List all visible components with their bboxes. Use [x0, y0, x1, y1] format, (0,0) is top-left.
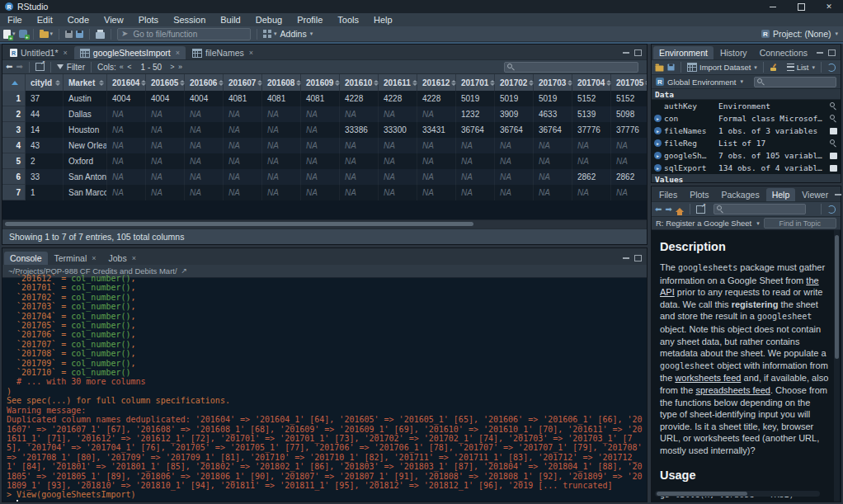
tab-connections[interactable]: Connections — [754, 46, 813, 59]
environment-object-row[interactable]: ▶fileNames1 obs. of 3 variables — [652, 125, 841, 137]
environment-object-row[interactable]: ▶fileRegList of 17 — [652, 137, 841, 149]
column-header-201701[interactable]: 201701 — [456, 74, 495, 91]
menu-item-view[interactable]: View — [97, 13, 131, 26]
find-in-topic-box[interactable] — [764, 218, 836, 228]
tab-packages[interactable]: Packages — [716, 188, 765, 201]
tab-filenames[interactable]: fileNames× — [186, 46, 259, 59]
environment-search-input[interactable] — [767, 77, 833, 87]
tab-jobs[interactable]: Jobs× — [102, 252, 141, 265]
column-header-201610[interactable]: 201610 — [340, 74, 379, 91]
view-data-icon[interactable] — [828, 128, 838, 134]
pane-minimize-icon[interactable] — [623, 257, 629, 259]
menu-item-edit[interactable]: Edit — [30, 13, 60, 26]
tab-plots[interactable]: Plots — [684, 188, 714, 201]
menu-item-build[interactable]: Build — [213, 13, 247, 26]
menu-item-help[interactable]: Help — [366, 13, 400, 26]
close-icon[interactable]: × — [176, 49, 180, 57]
tab-help[interactable]: Help — [766, 188, 796, 201]
help-forward-button[interactable]: ➡ — [665, 205, 671, 214]
view-data-icon[interactable] — [828, 165, 838, 172]
scrollbar-thumb[interactable] — [5, 222, 473, 226]
load-workspace-button[interactable] — [656, 65, 664, 71]
table-horizontal-scrollbar[interactable] — [2, 219, 647, 228]
minimize-button[interactable] — [759, 0, 787, 13]
help-popout-button[interactable] — [696, 205, 705, 214]
save-button[interactable] — [65, 31, 73, 38]
tab-files[interactable]: Files — [653, 188, 683, 201]
pane-minimize-icon[interactable] — [623, 52, 629, 54]
cols-prev-buttons[interactable]: « < — [120, 63, 133, 71]
pane-minimize-icon[interactable] — [835, 194, 841, 195]
addins-button[interactable]: Addins ▾ — [280, 29, 313, 39]
column-header-Market[interactable]: Market — [64, 74, 107, 91]
pane-maximize-icon[interactable] — [634, 49, 642, 56]
close-icon[interactable]: × — [92, 254, 96, 262]
view-data-icon[interactable] — [828, 153, 838, 159]
open-in-new-window-button[interactable] — [35, 63, 45, 71]
column-header-201611[interactable]: 201611 — [379, 74, 417, 91]
menu-item-file[interactable]: File — [0, 13, 30, 26]
expand-icon[interactable]: ▶ — [654, 115, 662, 122]
table-search-input[interactable] — [517, 62, 635, 73]
help-link[interactable]: worksheets feed — [675, 373, 741, 383]
print-button[interactable] — [96, 32, 105, 39]
expand-icon[interactable]: ▶ — [654, 164, 662, 172]
column-header-201609[interactable]: 201609 — [301, 74, 340, 91]
column-header-201608[interactable]: 201608 — [262, 74, 301, 91]
filter-button[interactable]: Filter — [57, 63, 85, 72]
menu-item-code[interactable]: Code — [60, 13, 97, 26]
goto-file-input[interactable] — [131, 29, 247, 40]
pane-layout-button[interactable]: ▾ — [263, 30, 277, 38]
column-header-201703[interactable]: 201703 — [534, 74, 572, 91]
scrollbar-thumb[interactable] — [657, 492, 747, 496]
scrollbar-thumb[interactable] — [835, 235, 839, 359]
column-header-201607[interactable]: 201607 — [224, 74, 262, 91]
close-icon[interactable]: × — [249, 49, 253, 57]
goto-file-search[interactable]: ➤ — [117, 28, 251, 40]
new-file-button[interactable]: + ▾ — [3, 30, 16, 39]
tab-terminal[interactable]: Terminal× — [49, 252, 102, 265]
project-selector[interactable]: R Project: (None) ▾ — [761, 29, 838, 39]
help-link[interactable]: spreadsheets feed — [695, 385, 770, 395]
console-output[interactable]: `201612` = col_number(), `201701` = col_… — [2, 274, 647, 502]
close-button[interactable]: ✕ — [815, 0, 843, 13]
menu-item-profile[interactable]: Profile — [290, 13, 330, 26]
nav-forward-button[interactable]: ➡ — [16, 63, 22, 71]
save-workspace-button[interactable] — [667, 64, 674, 70]
tab-untitled1-[interactable]: RUntitled1*× — [4, 46, 73, 59]
help-search-box[interactable] — [713, 204, 806, 214]
cols-next-buttons[interactable]: > » — [170, 63, 183, 71]
help-back-button[interactable]: ⬅ — [655, 205, 662, 214]
environment-object-row[interactable]: ▶authKeyEnvironment — [652, 100, 841, 112]
tab-viewer[interactable]: Viewer — [796, 188, 834, 201]
find-in-topic-input[interactable] — [765, 219, 836, 228]
open-file-button[interactable]: ▾ — [40, 30, 54, 38]
save-all-button[interactable] — [76, 31, 83, 38]
pane-maximize-icon[interactable] — [634, 255, 642, 261]
clear-workspace-button[interactable] — [770, 64, 778, 72]
column-header-201702[interactable]: 201702 — [495, 74, 534, 91]
environment-object-row[interactable]: ▶conFormal class Microsof… — [652, 112, 841, 125]
refresh-button[interactable] — [827, 64, 836, 72]
restore-button[interactable] — [787, 0, 815, 13]
menu-item-debug[interactable]: Debug — [248, 13, 290, 26]
expand-icon[interactable]: ▶ — [654, 152, 662, 159]
magnifier-icon[interactable] — [828, 102, 838, 110]
tab-history[interactable]: History — [714, 46, 753, 59]
environment-object-row[interactable]: ▶googleSh…7 obs. of 105 variabl… — [652, 149, 841, 162]
table-search-box[interactable] — [504, 62, 638, 73]
help-refresh-button[interactable] — [827, 205, 836, 214]
column-header-cityId[interactable]: cityId — [26, 74, 64, 91]
column-header-201606[interactable]: 201606 — [185, 74, 224, 91]
magnifier-icon[interactable] — [828, 139, 838, 147]
tab-environment[interactable]: Environment — [653, 46, 713, 59]
pane-maximize-icon[interactable] — [828, 49, 836, 56]
help-horizontal-scrollbar[interactable] — [655, 491, 820, 497]
menu-item-session[interactable]: Session — [166, 13, 213, 26]
help-home-button[interactable] — [676, 208, 684, 212]
menu-item-tools[interactable]: Tools — [330, 13, 366, 26]
column-header-201612[interactable]: 201612 — [417, 74, 456, 91]
list-view-button[interactable]: List ▾ — [787, 63, 815, 72]
tab-console[interactable]: Console — [4, 252, 48, 265]
new-project-button[interactable]: + — [19, 30, 27, 38]
